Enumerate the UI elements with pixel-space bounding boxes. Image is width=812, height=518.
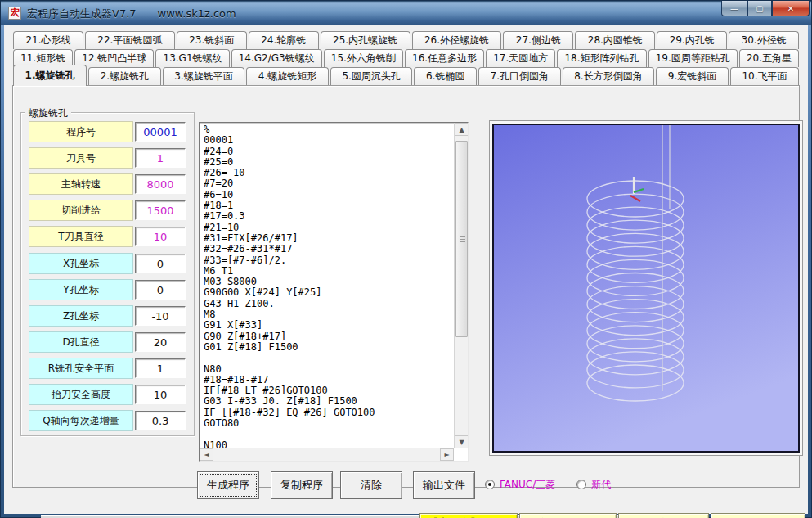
field-input-切削进给[interactable] [135, 200, 186, 220]
field-label-T刀具直径: T刀具直径 [29, 226, 133, 247]
tab-14.G2/G3铣螺纹[interactable]: 14.G2/G3铣螺纹 [231, 49, 322, 67]
tab-13.G1铣螺纹[interactable]: 13.G1铣螺纹 [155, 49, 229, 67]
field-input-T刀具直径[interactable] [135, 227, 186, 246]
scroll-down-arrow[interactable]: ▼ [455, 435, 469, 448]
field-label-Q轴向每次递增量: Q轴向每次递增量 [29, 410, 133, 431]
page-button-【宏程序】第1页[interactable]: 【宏程序】第1页 [419, 513, 518, 518]
tab-row-3: 1.螺旋铣孔2.螺旋铣孔3.螺旋铣平面4.螺旋铣矩形5.圆周沉头孔6.铣椭圆7.… [12, 67, 800, 86]
tab-29.内孔铣[interactable]: 29.内孔铣 [657, 31, 727, 49]
tab-17.天圆地方[interactable]: 17.天圆地方 [486, 49, 555, 67]
field-label-抬刀安全高度: 抬刀安全高度 [29, 384, 133, 405]
maximize-button[interactable]: ▢ [747, 1, 772, 16]
page-button-【宏程序】第2页[interactable]: 【宏程序】第2页 [519, 513, 617, 518]
field-label-刀具号: 刀具号 [29, 147, 133, 169]
tab-12.铣凹凸半球[interactable]: 12.铣凹凸半球 [74, 49, 154, 67]
field-label-主轴转速: 主轴转速 [29, 173, 133, 195]
controller-radio-group: FANUC/三菱新代 [485, 477, 632, 492]
minimize-button[interactable]: — [721, 1, 747, 16]
tab-20.五角星[interactable]: 20.五角星 [739, 49, 799, 67]
scroll-right-arrow[interactable]: ► [440, 448, 454, 461]
app-title: 宏程序自动生成器V7.7 [27, 7, 137, 20]
tab-28.内圆锥铣[interactable]: 28.内圆锥铣 [575, 31, 655, 49]
radio-label-新代[interactable]: 新代 [591, 478, 611, 492]
helix-preview-image [492, 124, 800, 453]
tab-15.外六角铣削[interactable]: 15.外六角铣削 [324, 49, 403, 67]
field-label-程序号: 程序号 [29, 121, 133, 142]
field-label-切削进给: 切削进给 [29, 200, 133, 221]
tab-21.心形线[interactable]: 21.心形线 [13, 31, 83, 49]
field-input-Q轴向每次递增量[interactable] [135, 411, 186, 430]
tab-2.螺旋铣孔[interactable]: 2.螺旋铣孔 [88, 67, 161, 85]
field-input-抬刀安全高度[interactable] [135, 385, 186, 404]
field-input-刀具号[interactable] [135, 148, 186, 168]
horizontal-scrollbar[interactable]: ◄ ► [200, 448, 454, 461]
tab-8.长方形倒圆角[interactable]: 8.长方形倒圆角 [563, 67, 655, 85]
tab-9.宏铣斜面[interactable]: 9.宏铣斜面 [656, 67, 729, 85]
page-button-【计算工具】[interactable]: 【计算工具】 [711, 513, 805, 518]
field-input-X孔坐标[interactable] [135, 254, 186, 273]
tab-10.飞平面[interactable]: 10.飞平面 [730, 67, 799, 85]
field-input-D孔直径[interactable] [135, 332, 186, 352]
tab-30.外径铣[interactable]: 30.外径铣 [729, 31, 799, 49]
app-window: 宏 宏程序自动生成器V7.7www.sk1z.com — ▢ ✕ 21.心形线2… [0, 0, 812, 518]
tab-23.铣斜面[interactable]: 23.铣斜面 [177, 31, 247, 49]
field-input-Y孔坐标[interactable] [135, 280, 186, 300]
field-label-Z孔坐标: Z孔坐标 [29, 305, 133, 327]
scroll-up-arrow[interactable]: ▲ [455, 123, 469, 136]
radio-FANUC/三菱[interactable] [485, 480, 495, 489]
gcode-output-area[interactable]: % 00001 #24=0 #25=0 #26=-10 #7=20 #6=10 … [199, 122, 469, 462]
tab-row-1: 21.心形线22.平面铣圆弧23.铣斜面24.轮廓铣25.内孔螺旋铣26.外径螺… [12, 31, 800, 49]
tab-16.任意多边形[interactable]: 16.任意多边形 [405, 49, 484, 67]
tab-4.螺旋铣矩形[interactable]: 4.螺旋铣矩形 [246, 67, 329, 85]
tab-3.螺旋铣平面[interactable]: 3.螺旋铣平面 [163, 67, 245, 85]
close-button[interactable]: ✕ [772, 1, 810, 16]
field-label-R铣孔安全平面: R铣孔安全平面 [29, 358, 133, 379]
vertical-scrollbar[interactable]: ▲ ▼ [454, 123, 468, 448]
group-title: 螺旋铣孔 [25, 106, 71, 120]
scroll-left-arrow[interactable]: ◄ [200, 448, 213, 461]
tab-19.圆周等距钻孔[interactable]: 19.圆周等距钻孔 [648, 49, 738, 67]
tab-22.平面铣圆弧[interactable]: 22.平面铣圆弧 [85, 31, 175, 49]
tab-6.铣椭圆[interactable]: 6.铣椭圆 [414, 67, 477, 85]
field-label-Y孔坐标: Y孔坐标 [29, 279, 133, 300]
tab-row-2: 11.矩形铣12.铣凹凸半球13.G1铣螺纹14.G2/G3铣螺纹15.外六角铣… [12, 49, 800, 67]
tab-18.矩形阵列钻孔[interactable]: 18.矩形阵列钻孔 [557, 49, 646, 67]
field-input-Z孔坐标[interactable] [135, 306, 186, 326]
toolpath-preview-panel [489, 120, 803, 456]
export-file-button[interactable]: 输出文件 [413, 471, 475, 499]
caption-buttons: — ▢ ✕ [721, 1, 810, 16]
app-icon: 宏 [8, 7, 21, 20]
clear-button[interactable]: 清除 [340, 471, 402, 499]
generate-program-button[interactable]: 生成程序 [197, 471, 259, 499]
tab-26.外径螺旋铣[interactable]: 26.外径螺旋铣 [412, 31, 502, 49]
field-input-R铣孔安全平面[interactable] [135, 358, 186, 378]
tab-25.内孔螺旋铣[interactable]: 25.内孔螺旋铣 [321, 31, 410, 49]
window-title: 宏程序自动生成器V7.7www.sk1z.com [27, 7, 236, 21]
page-button-【车床宏程序】[interactable]: 【车床宏程序】 [618, 513, 709, 518]
tab-1.螺旋铣孔[interactable]: 1.螺旋铣孔 [13, 65, 87, 86]
radio-新代[interactable] [576, 480, 586, 489]
title-bar: 宏 宏程序自动生成器V7.7www.sk1z.com — ▢ ✕ [1, 1, 811, 25]
field-label-X孔坐标: X孔坐标 [29, 253, 133, 274]
client-area: 21.心形线22.平面铣圆弧23.铣斜面24.轮廓铣25.内孔螺旋铣26.外径螺… [4, 25, 808, 514]
scrollbar-thumb[interactable] [455, 141, 468, 337]
app-website: www.sk1z.com [158, 7, 236, 20]
tab-24.轮廓铣[interactable]: 24.轮廓铣 [249, 31, 319, 49]
field-label-D孔直径: D孔直径 [29, 331, 133, 353]
field-input-主轴转速[interactable] [135, 174, 186, 194]
gcode-text[interactable]: % 00001 #24=0 #25=0 #26=-10 #7=20 #6=10 … [204, 124, 441, 448]
copy-program-button[interactable]: 复制程序 [271, 471, 333, 499]
radio-label-FANUC/三菱[interactable]: FANUC/三菱 [500, 478, 555, 492]
tab-7.孔口倒圆角[interactable]: 7.孔口倒圆角 [478, 67, 561, 85]
field-input-程序号[interactable] [135, 122, 186, 142]
tab-27.侧边铣[interactable]: 27.侧边铣 [503, 31, 573, 49]
tab-5.圆周沉头孔[interactable]: 5.圆周沉头孔 [330, 67, 413, 85]
